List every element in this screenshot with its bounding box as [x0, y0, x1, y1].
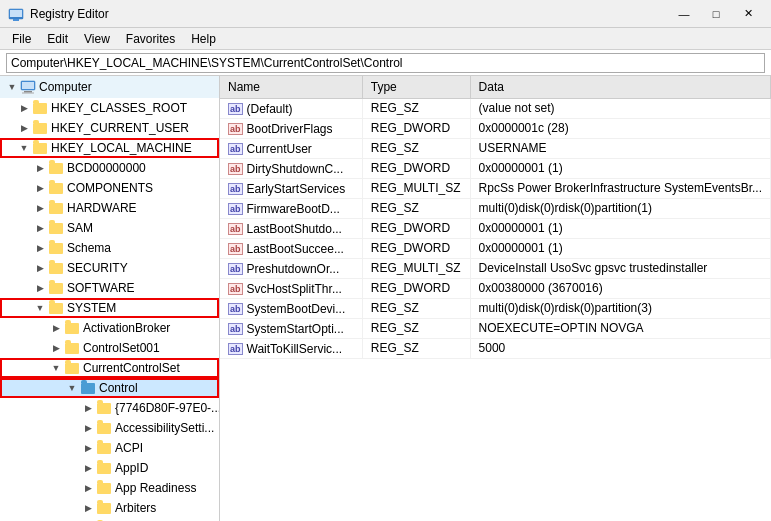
system-expand[interactable]: ▼ — [32, 300, 48, 316]
guid1-folder-icon — [96, 400, 112, 416]
tree-node-system[interactable]: ▼ SYSTEM — [0, 298, 219, 318]
tree-node-controlset001[interactable]: ▶ ControlSet001 — [0, 338, 219, 358]
tree-node-hkcu[interactable]: ▶ HKEY_CURRENT_USER — [0, 118, 219, 138]
table-row[interactable]: ab SystemStartOpti... REG_SZ NOEXECUTE=O… — [220, 318, 771, 338]
arbiters-folder-icon — [96, 500, 112, 516]
table-row[interactable]: ab (Default) REG_SZ (value not set) — [220, 98, 771, 118]
arbiters-expand[interactable]: ▶ — [80, 500, 96, 516]
menu-favorites[interactable]: Favorites — [118, 28, 183, 49]
schema-folder-icon — [48, 240, 64, 256]
value-type: REG_DWORD — [362, 118, 470, 138]
table-row[interactable]: ab LastBootSuccee... REG_DWORD 0x0000000… — [220, 238, 771, 258]
tree-node-appreadiness[interactable]: ▶ App Readiness — [0, 478, 219, 498]
value-type: REG_MULTI_SZ — [362, 178, 470, 198]
hardware-folder-icon — [48, 200, 64, 216]
control-folder-icon — [80, 380, 96, 396]
arbiters-label: Arbiters — [115, 501, 156, 515]
svg-rect-6 — [24, 91, 32, 93]
table-row[interactable]: ab WaitToKillServic... REG_SZ 5000 — [220, 338, 771, 358]
guid1-expand[interactable]: ▶ — [80, 400, 96, 416]
hardware-expand[interactable]: ▶ — [32, 200, 48, 216]
menu-file[interactable]: File — [4, 28, 39, 49]
menu-view[interactable]: View — [76, 28, 118, 49]
reg-type-icon: ab — [228, 343, 243, 355]
tree-node-software[interactable]: ▶ SOFTWARE — [0, 278, 219, 298]
menu-help[interactable]: Help — [183, 28, 224, 49]
accessibilitysetting-folder-icon — [96, 420, 112, 436]
tree-node-accessibilitysetting[interactable]: ▶ AccessibilitySetti... — [0, 418, 219, 438]
value-data: (value not set) — [470, 98, 770, 118]
activationbroker-label: ActivationBroker — [83, 321, 170, 335]
appreadiness-expand[interactable]: ▶ — [80, 480, 96, 496]
computer-expand[interactable]: ▼ — [4, 79, 20, 95]
table-row[interactable]: ab SvcHostSplitThr... REG_DWORD 0x003800… — [220, 278, 771, 298]
app-icon — [8, 6, 24, 22]
tree-node-guid1[interactable]: ▶ {7746D80F-97E0-... — [0, 398, 219, 418]
table-row[interactable]: ab EarlyStartServices REG_MULTI_SZ RpcSs… — [220, 178, 771, 198]
col-data[interactable]: Data — [470, 76, 770, 98]
components-expand[interactable]: ▶ — [32, 180, 48, 196]
tree-node-security[interactable]: ▶ SECURITY — [0, 258, 219, 278]
schema-expand[interactable]: ▶ — [32, 240, 48, 256]
col-name[interactable]: Name — [220, 76, 362, 98]
tree-node-arbiters[interactable]: ▶ Arbiters — [0, 498, 219, 518]
tree-node-hkcr[interactable]: ▶ HKEY_CLASSES_ROOT — [0, 98, 219, 118]
activationbroker-expand[interactable]: ▶ — [48, 320, 64, 336]
tree-node-hardware[interactable]: ▶ HARDWARE — [0, 198, 219, 218]
tree-node-acpi[interactable]: ▶ ACPI — [0, 438, 219, 458]
tree-node-bcd[interactable]: ▶ BCD00000000 — [0, 158, 219, 178]
bcd-label: BCD00000000 — [67, 161, 146, 175]
table-row[interactable]: ab BootDriverFlags REG_DWORD 0x0000001c … — [220, 118, 771, 138]
controlset001-expand[interactable]: ▶ — [48, 340, 64, 356]
value-type: REG_SZ — [362, 138, 470, 158]
tree-node-currentcontrolset[interactable]: ▼ CurrentControlSet — [0, 358, 219, 378]
computer-node[interactable]: ▼ Computer — [0, 76, 219, 98]
tree-node-components[interactable]: ▶ COMPONENTS — [0, 178, 219, 198]
value-data: 0x00380000 (3670016) — [470, 278, 770, 298]
acpi-expand[interactable]: ▶ — [80, 440, 96, 456]
table-row[interactable]: ab DirtyShutdownC... REG_DWORD 0x0000000… — [220, 158, 771, 178]
software-expand[interactable]: ▶ — [32, 280, 48, 296]
col-type[interactable]: Type — [362, 76, 470, 98]
controlset001-folder-icon — [64, 340, 80, 356]
bcd-expand[interactable]: ▶ — [32, 160, 48, 176]
value-name: ab (Default) — [220, 98, 362, 118]
computer-icon — [20, 79, 36, 95]
tree-node-activationbroker[interactable]: ▶ ActivationBroker — [0, 318, 219, 338]
minimize-button[interactable]: — — [669, 4, 699, 24]
accessibilitysetting-expand[interactable]: ▶ — [80, 420, 96, 436]
hkcu-expand[interactable]: ▶ — [16, 120, 32, 136]
hkcr-expand[interactable]: ▶ — [16, 100, 32, 116]
main-layout: ▼ Computer ▶ HKEY_CLASSES_ROOT ▶ HKEY_CU… — [0, 76, 771, 521]
menu-edit[interactable]: Edit — [39, 28, 76, 49]
value-name: ab PreshutdownOr... — [220, 258, 362, 278]
svg-rect-2 — [9, 17, 23, 19]
tree-node-hklm[interactable]: ▼ HKEY_LOCAL_MACHINE — [0, 138, 219, 158]
tree-node-control[interactable]: ▼ Control — [0, 378, 219, 398]
hklm-expand[interactable]: ▼ — [16, 140, 32, 156]
table-row[interactable]: ab PreshutdownOr... REG_MULTI_SZ DeviceI… — [220, 258, 771, 278]
table-row[interactable]: ab SystemBootDevi... REG_SZ multi(0)disk… — [220, 298, 771, 318]
security-expand[interactable]: ▶ — [32, 260, 48, 276]
address-bar — [0, 50, 771, 76]
reg-type-icon: ab — [228, 123, 243, 135]
close-button[interactable]: ✕ — [733, 4, 763, 24]
value-type: REG_SZ — [362, 298, 470, 318]
appid-expand[interactable]: ▶ — [80, 460, 96, 476]
currentcontrolset-expand[interactable]: ▼ — [48, 360, 64, 376]
tree-node-schema[interactable]: ▶ Schema — [0, 238, 219, 258]
tree-node-appid[interactable]: ▶ AppID — [0, 458, 219, 478]
table-row[interactable]: ab CurrentUser REG_SZ USERNAME — [220, 138, 771, 158]
software-folder-icon — [48, 280, 64, 296]
maximize-button[interactable]: □ — [701, 4, 731, 24]
tree-node-sam[interactable]: ▶ SAM — [0, 218, 219, 238]
value-type: REG_DWORD — [362, 218, 470, 238]
sam-expand[interactable]: ▶ — [32, 220, 48, 236]
value-name: ab SystemStartOpti... — [220, 318, 362, 338]
table-row[interactable]: ab LastBootShutdo... REG_DWORD 0x0000000… — [220, 218, 771, 238]
sam-folder-icon — [48, 220, 64, 236]
table-row[interactable]: ab FirmwareBootD... REG_SZ multi(0)disk(… — [220, 198, 771, 218]
svg-rect-1 — [10, 10, 22, 17]
address-input[interactable] — [6, 53, 765, 73]
control-expand[interactable]: ▼ — [64, 380, 80, 396]
